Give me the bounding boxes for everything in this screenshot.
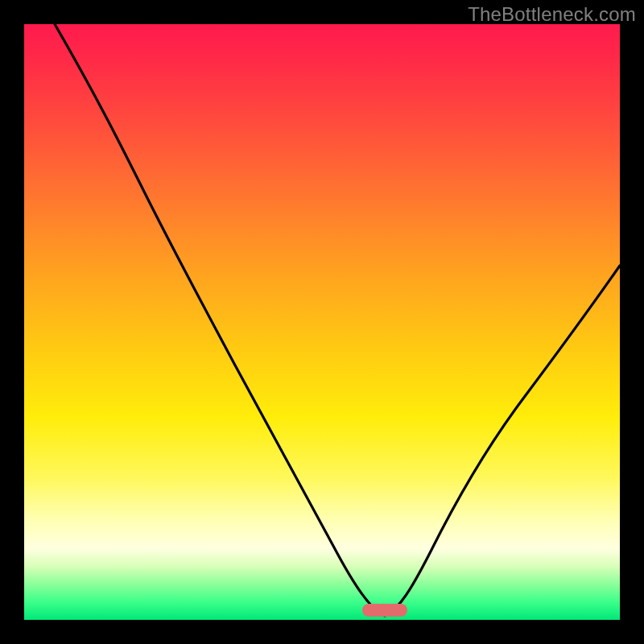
chart-plot-area: [24, 24, 620, 620]
watermark-text: TheBottleneck.com: [468, 3, 636, 26]
chart-frame: TheBottleneck.com: [0, 0, 644, 644]
sweet-spot-marker: [362, 604, 407, 617]
bottleneck-curve: [24, 24, 620, 620]
